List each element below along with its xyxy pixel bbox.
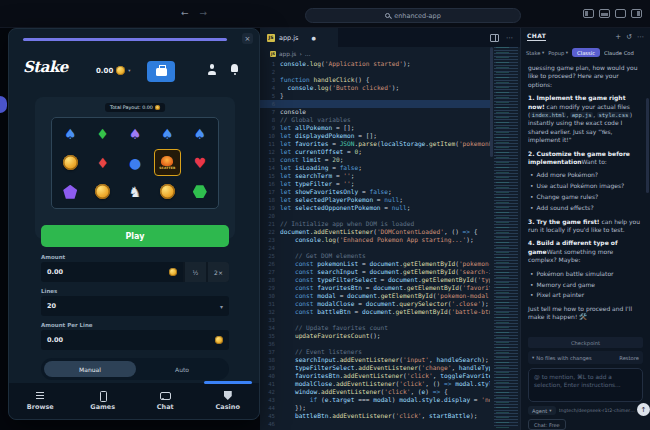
- chevron-down-icon: ▾: [566, 50, 568, 55]
- coin-icon: [169, 268, 177, 276]
- source-select[interactable]: Stake ▾: [526, 50, 544, 56]
- tab-chat[interactable]: CHAT: [527, 32, 546, 41]
- hexagon-symbol: [184, 177, 216, 206]
- code-line: 39 typeFilterSelect.addEventListener('ch…: [260, 364, 490, 372]
- chat-list-item: •Use actual Pokémon images?: [530, 182, 643, 190]
- amount-per-line-input[interactable]: 0.00: [41, 330, 229, 350]
- toggle-sidebar-icon[interactable]: [583, 9, 594, 18]
- casino-icon: [223, 391, 233, 400]
- checkpoint-bar[interactable]: Checkpoint: [528, 337, 643, 348]
- bottom-nav-casino[interactable]: Casino: [197, 383, 260, 419]
- chat-scrollbar[interactable]: [646, 98, 649, 193]
- chat-panel: CHAT + ↺ ⋯ Stake ▾ Popup ▾ Classic Claud…: [520, 28, 650, 430]
- manual-mode-button[interactable]: Manual: [44, 361, 136, 377]
- code-area[interactable]: 1console.log('Application started');23fu…: [260, 60, 490, 430]
- view-select[interactable]: Popup ▾: [548, 50, 568, 56]
- code-editor-panel: JS app.js ● ⋯ JS app.js › … 1console.log…: [260, 28, 520, 430]
- agent-mode-select[interactable]: Agent ▾: [528, 406, 556, 415]
- split-editor-icon[interactable]: [490, 34, 499, 42]
- files-changes-bar[interactable]: ▾ No files with changes Restore: [528, 351, 643, 364]
- minimap[interactable]: [494, 47, 518, 428]
- layout-controls: [583, 9, 642, 18]
- chat-paragraph: 3. Try the game first! can help you run …: [528, 218, 643, 235]
- bottom-nav-games[interactable]: Games: [72, 383, 135, 419]
- inline-code: app.js: [570, 112, 593, 118]
- chat-paragraph: 2. Customize the game before implementat…: [528, 150, 643, 167]
- chat-icon: [160, 391, 170, 400]
- editor-tabbar: JS app.js ● ⋯: [260, 28, 520, 47]
- toggle-secondary-sidebar-icon[interactable]: [615, 9, 626, 18]
- edge-widget[interactable]: [0, 96, 7, 113]
- balance-value: 0.00: [96, 67, 113, 75]
- code-line: 7console: [260, 108, 490, 116]
- classic-mode-button[interactable]: Classic: [572, 48, 600, 57]
- balance-select[interactable]: 0.00 ▾: [96, 66, 131, 75]
- history-nav: ← →: [181, 8, 207, 18]
- close-popup-button[interactable]: ×: [242, 33, 253, 44]
- toggle-panel-icon[interactable]: [599, 9, 610, 18]
- code-line: 22document.addEventListener('DOMContentL…: [260, 228, 490, 236]
- code-line: 42 window.addEventListener('click', (e) …: [260, 388, 490, 396]
- auto-mode-button[interactable]: Auto: [135, 358, 229, 380]
- chat-history-icon[interactable]: ↺: [626, 33, 632, 41]
- half-bet-button[interactable]: ½: [183, 262, 206, 282]
- spade-symbol: ♠: [151, 120, 183, 149]
- spade-symbol: ♠: [184, 120, 216, 149]
- code-line: 40 favoritesBtn.addEventListener('click'…: [260, 372, 490, 380]
- bottom-nav-browse[interactable]: Browse: [9, 383, 72, 419]
- bottom-nav-chat[interactable]: Chat: [134, 383, 197, 419]
- tab-label: app.js: [279, 34, 299, 42]
- chat-list-item: •Add more Pokémon?: [530, 171, 643, 179]
- spade-symbol: ♠: [54, 120, 86, 149]
- lines-select[interactable]: 20 ▾: [41, 296, 229, 316]
- amount-field-group: 0.00 ½ 2×: [41, 262, 229, 282]
- mode-toggle: Manual Auto: [41, 358, 229, 380]
- code-line: 25 // Get DOM elements: [260, 252, 490, 260]
- back-arrow-icon[interactable]: ←: [181, 8, 189, 18]
- breadcrumb[interactable]: JS app.js › …: [260, 47, 520, 60]
- chat-controls: Agent ▾ tngtech/deepseek-r1t2-chimera:fr…: [528, 406, 643, 415]
- double-bet-button[interactable]: 2×: [206, 262, 229, 282]
- notifications-icon[interactable]: [230, 64, 239, 75]
- code-line: 28 const typeFilterSelect = document.get…: [260, 276, 490, 284]
- slot-game-card: Total Payout: 0.00 ♠♦♠♠♠♦●SCATTER♥♞: [35, 97, 235, 239]
- command-center-search[interactable]: enhanced-app: [305, 8, 521, 23]
- chat-input[interactable]: @ to mention, ⌘L to add a selection, Ent…: [528, 368, 643, 402]
- spade-symbol: ♠: [119, 120, 151, 149]
- breadcrumb-more: …: [305, 51, 311, 57]
- code-line: 20: [260, 212, 490, 220]
- plan-badge: Chat: Free: [528, 419, 566, 430]
- profile-icon[interactable]: [207, 64, 217, 75]
- bottom-nav: BrowseGamesChatCasino: [9, 383, 259, 419]
- code-line: 12let currentOffset = 0;: [260, 148, 490, 156]
- editor-more-actions-icon[interactable]: ⋯: [506, 34, 513, 42]
- diamond-symbol: ♦: [86, 149, 118, 178]
- tab-appjs[interactable]: JS app.js ●: [260, 28, 338, 47]
- new-chat-icon[interactable]: +: [615, 33, 621, 41]
- stake-preview-popup: × Stake 0.00 ▾ Total Payout: 0.00 ♠♦♠♠♠♦…: [8, 28, 260, 420]
- chat-more-icon[interactable]: ⋯: [637, 33, 644, 41]
- model-select[interactable]: tngtech/deepseek-r1t2-chimera:free: [559, 408, 638, 413]
- code-line: 37 // Event listeners: [260, 348, 490, 356]
- customize-layout-icon[interactable]: [631, 9, 642, 18]
- chat-list-item: •Pixel art painter: [530, 291, 643, 299]
- code-line: 33: [260, 316, 490, 324]
- heart-symbol: ♥: [184, 149, 216, 178]
- send-button[interactable]: ↑: [637, 403, 650, 416]
- code-line: 32 const battleBtn = document.getElement…: [260, 308, 490, 316]
- wallet-button[interactable]: [147, 61, 175, 82]
- restore-button[interactable]: Restore: [619, 355, 639, 361]
- play-button[interactable]: Play: [41, 225, 229, 247]
- code-line: 35 updateFavoritesCount();: [260, 332, 490, 340]
- phoenix-icon: [161, 156, 173, 166]
- forward-arrow-icon[interactable]: →: [200, 8, 208, 18]
- chat-list-item: •Change game rules?: [530, 193, 643, 201]
- code-line: 34 // Update favorites count: [260, 324, 490, 332]
- code-line: 6: [260, 100, 490, 108]
- amount-input[interactable]: 0.00: [41, 262, 183, 282]
- unsaved-dot-icon[interactable]: ●: [312, 35, 316, 41]
- editor-scrollbar[interactable]: [490, 47, 493, 157]
- code-line: 24: [260, 244, 490, 252]
- chat-list: •Pokémon battle simulator•Memory card ga…: [530, 270, 643, 300]
- breadcrumb-separator: ›: [299, 51, 301, 57]
